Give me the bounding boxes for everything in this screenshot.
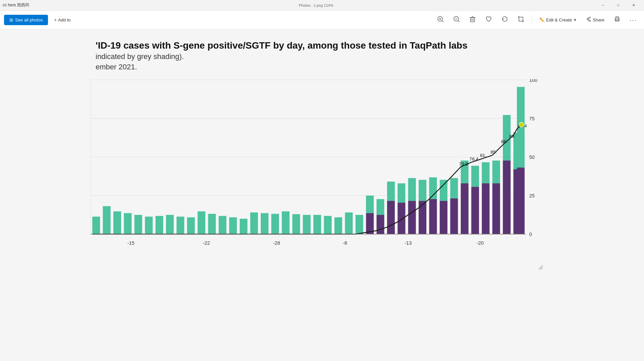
svg-rect-58 [419, 201, 426, 234]
title-bar-filename: Photos - 1.png 114% [299, 3, 595, 7]
add-to-button[interactable]: + Add to [51, 15, 74, 25]
svg-rect-74 [503, 161, 511, 234]
more-button[interactable]: ··· [627, 13, 640, 27]
share-label: Share [593, 17, 604, 22]
chart-title-line3: ember 2021. [96, 62, 545, 72]
chart-svg: 73.0 76.4 81. 85. 88. 89. 90.4 -15 -22 -… [91, 79, 547, 274]
svg-rect-64 [450, 198, 458, 234]
svg-rect-67 [471, 166, 479, 187]
edit-create-button[interactable]: ✏️ Edit & Create ▼ [536, 15, 580, 25]
chart-title-line1: 'ID-19 cases with S-gene positive/SGTF b… [96, 40, 545, 52]
svg-rect-23 [113, 212, 121, 234]
svg-rect-68 [471, 187, 479, 234]
svg-rect-30 [187, 217, 195, 234]
chart-title-line2: indicated by grey shading). [96, 52, 545, 62]
svg-text:-8: -8 [343, 240, 347, 246]
svg-rect-36 [250, 213, 258, 234]
svg-rect-35 [240, 219, 248, 234]
svg-text:-22: -22 [203, 240, 210, 246]
crop-button[interactable] [514, 13, 528, 27]
svg-text:25: 25 [529, 193, 535, 198]
svg-text:-28: -28 [273, 240, 280, 246]
svg-rect-41 [303, 215, 311, 234]
share-icon [586, 17, 591, 23]
edit-create-label: Edit & Create [546, 17, 572, 22]
zoom-in-button[interactable] [434, 13, 447, 27]
svg-text:-20: -20 [477, 240, 484, 246]
delete-button[interactable] [466, 13, 479, 27]
svg-rect-42 [313, 215, 321, 234]
chart-header: 'ID-19 cases with S-gene positive/SGTF b… [92, 40, 545, 72]
svg-rect-37 [261, 213, 268, 234]
svg-rect-63 [450, 178, 458, 198]
svg-rect-46 [356, 215, 363, 234]
svg-rect-66 [461, 183, 469, 234]
svg-text:81.: 81. [480, 153, 486, 158]
svg-rect-69 [482, 162, 489, 183]
svg-rect-26 [145, 217, 153, 234]
svg-rect-56 [408, 201, 416, 234]
maximize-button[interactable]: □ [610, 0, 626, 11]
title-bar-text: cc here 西西冈 [3, 2, 299, 8]
svg-rect-72 [492, 183, 500, 234]
edit-icon: ✏️ [539, 17, 545, 22]
svg-rect-33 [219, 216, 226, 234]
content-area: 'ID-19 cases with S-gene positive/SGTF b… [0, 29, 644, 361]
svg-line-101 [541, 267, 543, 269]
chart-container: 73.0 76.4 81. 85. 88. 89. 90.4 -15 -22 -… [91, 79, 547, 274]
svg-text:0: 0 [529, 232, 532, 237]
svg-rect-31 [198, 212, 205, 234]
svg-text:76.4: 76.4 [470, 157, 479, 162]
svg-line-5 [458, 21, 460, 22]
zoom-in-icon [437, 16, 444, 24]
print-button[interactable] [610, 13, 624, 27]
plus-icon: + [54, 17, 57, 22]
svg-rect-21 [92, 217, 100, 234]
svg-rect-50 [377, 215, 384, 234]
crop-icon [518, 16, 524, 24]
photos-icon: ⊞ [9, 17, 13, 22]
svg-rect-55 [408, 178, 416, 201]
rotate-button[interactable] [498, 13, 512, 27]
svg-text:88.: 88. [501, 139, 507, 144]
svg-line-100 [539, 265, 543, 269]
svg-text:-13: -13 [405, 240, 412, 246]
svg-rect-38 [271, 214, 279, 234]
more-icon: ··· [630, 16, 637, 24]
print-icon [614, 16, 621, 24]
share-button[interactable]: Share [583, 14, 608, 26]
svg-rect-34 [229, 217, 237, 234]
add-to-label: Add to [58, 17, 71, 22]
svg-rect-71 [492, 161, 500, 183]
window-controls: ─ □ ✕ [595, 0, 641, 11]
resize-handle[interactable] [537, 263, 543, 270]
toolbar: ⊞ See all photos + Add to [0, 11, 644, 29]
svg-rect-47 [366, 196, 374, 213]
minimize-button[interactable]: ─ [595, 0, 610, 11]
svg-rect-61 [440, 180, 447, 201]
svg-rect-57 [419, 180, 426, 201]
close-button[interactable]: ✕ [626, 0, 641, 11]
svg-rect-32 [208, 214, 216, 234]
svg-rect-25 [135, 215, 142, 234]
zoom-out-button[interactable] [450, 13, 463, 27]
rotate-icon [501, 16, 508, 24]
zoom-out-icon [453, 16, 460, 24]
chevron-down-icon: ▼ [573, 18, 577, 22]
heart-icon [485, 16, 492, 24]
svg-text:73.0: 73.0 [459, 162, 468, 167]
favorite-button[interactable] [482, 13, 495, 27]
svg-line-1 [442, 21, 444, 22]
toolbar-divider [532, 15, 532, 25]
svg-rect-28 [166, 215, 174, 234]
svg-rect-44 [334, 217, 342, 234]
svg-rect-24 [124, 213, 131, 234]
see-all-photos-button[interactable]: ⊞ See all photos [4, 15, 48, 25]
svg-rect-62 [440, 201, 447, 234]
svg-text:85.: 85. [491, 149, 497, 155]
svg-text:50: 50 [529, 155, 535, 160]
svg-rect-52 [387, 201, 395, 234]
svg-text:100: 100 [529, 79, 537, 83]
svg-rect-54 [397, 202, 405, 234]
svg-rect-22 [103, 206, 111, 234]
